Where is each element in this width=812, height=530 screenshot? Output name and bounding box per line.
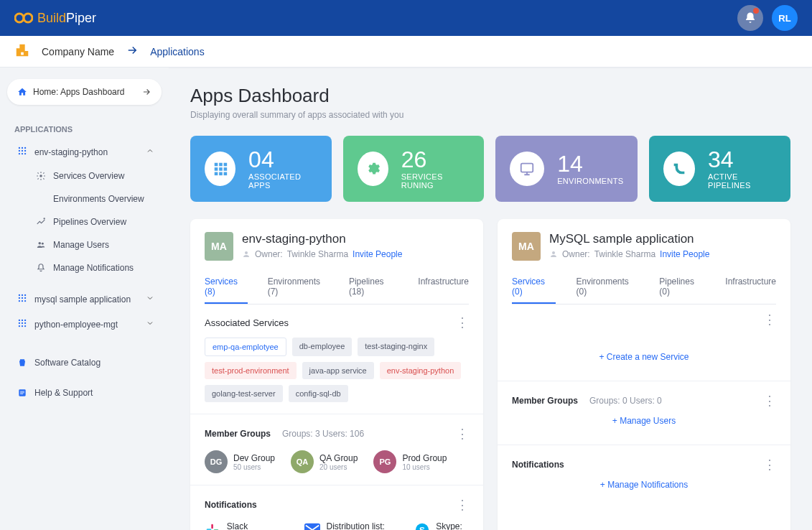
stat-environments[interactable]: 14ENVIRONMENTS bbox=[495, 136, 638, 202]
svg-rect-43 bbox=[521, 164, 533, 172]
notification-dot bbox=[753, 8, 759, 14]
svg-text:S: S bbox=[419, 525, 425, 530]
notif-slack[interactable]: Slack Channel:#buildpiper-app bbox=[205, 521, 282, 530]
group-qa[interactable]: QAQA Group20 users bbox=[291, 450, 358, 473]
apps-grid-icon bbox=[205, 152, 235, 186]
sidebar-pipelines-overview[interactable]: Pipelines Overview bbox=[7, 210, 162, 233]
chip-service[interactable]: config-sql-db bbox=[289, 385, 348, 402]
group-dev[interactable]: DGDev Group50 users bbox=[205, 450, 275, 473]
more-menu[interactable]: ⋮ bbox=[763, 393, 776, 409]
svg-point-1 bbox=[24, 14, 32, 22]
svg-point-23 bbox=[24, 300, 26, 302]
chip-service[interactable]: test-staging-nginx bbox=[358, 338, 434, 356]
group-prod[interactable]: PGProd Group10 users bbox=[373, 450, 447, 473]
chevron-down-icon bbox=[146, 294, 154, 304]
grid-icon bbox=[17, 318, 27, 330]
notifications-title: Notifications bbox=[512, 460, 564, 470]
notif-email[interactable]: Distribution list:okts@opstree.com bbox=[304, 521, 393, 530]
sidebar-item-mysql-sample[interactable]: mysql sample application bbox=[7, 287, 162, 312]
invite-people-link[interactable]: Invite People bbox=[353, 249, 402, 259]
group-badge: DG bbox=[205, 450, 228, 473]
svg-point-8 bbox=[19, 153, 20, 154]
notif-label: Distribution list: bbox=[327, 521, 393, 530]
group-count: 10 users bbox=[402, 463, 447, 471]
user-icon bbox=[549, 250, 558, 259]
tab-infrastructure[interactable]: Infrastructure bbox=[418, 271, 469, 304]
chip-service[interactable]: java-app service bbox=[302, 362, 374, 379]
sidebar-manage-notifications[interactable]: Manage Notifications bbox=[7, 256, 162, 279]
tab-pipelines[interactable]: Pipelines (18) bbox=[349, 271, 398, 304]
stat-label: ACTIVE PIPELINES bbox=[708, 172, 776, 190]
sidebar: Home: Apps Dashboard APPLICATIONS env-st… bbox=[0, 68, 169, 530]
more-menu[interactable]: ⋮ bbox=[763, 457, 776, 473]
manage-users-link[interactable]: + Manage Users bbox=[512, 409, 776, 433]
sidebar-item-python-employee[interactable]: python-employee-mgt bbox=[7, 312, 162, 337]
user-avatar[interactable]: RL bbox=[772, 5, 798, 31]
manage-notifications-link[interactable]: + Manage Notifications bbox=[512, 473, 776, 497]
tab-pipelines[interactable]: Pipelines (0) bbox=[659, 271, 705, 304]
more-menu[interactable]: ⋮ bbox=[456, 316, 469, 329]
svg-rect-38 bbox=[219, 167, 223, 171]
stat-active-pipelines[interactable]: 34ACTIVE PIPELINES bbox=[649, 136, 790, 202]
svg-rect-36 bbox=[223, 163, 227, 167]
chip-service[interactable]: test-prod-environment bbox=[205, 362, 297, 379]
chip-service[interactable]: db-employee bbox=[292, 338, 353, 356]
sidebar-item-label: mysql sample application bbox=[34, 294, 131, 304]
tab-environments[interactable]: Environments (0) bbox=[576, 271, 639, 304]
breadcrumb-company[interactable]: Company Name bbox=[42, 46, 114, 57]
more-menu[interactable]: ⋮ bbox=[456, 426, 469, 442]
app-card-env-staging-python: MA env-staging-python Owner: Twinkle Sha… bbox=[190, 219, 483, 530]
chip-service[interactable]: env-staging-python bbox=[380, 362, 462, 379]
tab-environments[interactable]: Environments (7) bbox=[268, 271, 329, 304]
svg-rect-45 bbox=[212, 524, 214, 529]
svg-rect-37 bbox=[214, 167, 218, 171]
svg-point-4 bbox=[24, 147, 26, 149]
sidebar-environments-overview[interactable]: Environments Overview bbox=[7, 187, 162, 210]
sidebar-software-catalog[interactable]: Software Catalog bbox=[7, 351, 162, 374]
sidebar-item-label: Environments Overview bbox=[53, 194, 144, 204]
svg-point-20 bbox=[24, 297, 26, 299]
stat-associated-apps[interactable]: 04ASSOCIATED APPS bbox=[190, 136, 332, 202]
breadcrumb-applications[interactable]: Applications bbox=[150, 46, 205, 57]
user-icon bbox=[242, 250, 251, 259]
tab-infrastructure[interactable]: Infrastructure bbox=[725, 271, 776, 304]
main-content: Apps Dashboard Displaying overall summar… bbox=[169, 68, 812, 530]
notif-skype[interactable]: S Skype:okts-team bbox=[414, 521, 469, 530]
stat-label: ASSOCIATED APPS bbox=[248, 172, 317, 190]
svg-point-21 bbox=[19, 300, 20, 302]
app-title: env-staging-python bbox=[242, 232, 469, 246]
member-groups-count: Groups: 3 Users: 106 bbox=[282, 429, 364, 439]
home-apps-dashboard[interactable]: Home: Apps Dashboard bbox=[7, 79, 162, 105]
svg-point-31 bbox=[22, 325, 23, 327]
brand-text-2: Piper bbox=[66, 11, 96, 25]
sidebar-help-support[interactable]: Help & Support bbox=[7, 381, 162, 404]
chip-service[interactable]: emp-qa-emplotyee bbox=[205, 338, 286, 356]
svg-point-0 bbox=[15, 14, 24, 22]
more-menu[interactable]: ⋮ bbox=[456, 497, 469, 513]
sidebar-item-label: python-employee-mgt bbox=[34, 320, 118, 330]
sidebar-manage-users[interactable]: Manage Users bbox=[7, 233, 162, 256]
sidebar-services-overview[interactable]: Services Overview bbox=[7, 164, 162, 187]
associated-services-title: Associated Services bbox=[205, 317, 289, 328]
notifications-bell[interactable] bbox=[737, 5, 763, 31]
invite-people-link[interactable]: Invite People bbox=[660, 249, 709, 259]
group-badge: PG bbox=[373, 450, 396, 473]
chip-service[interactable]: golang-test-server bbox=[205, 385, 283, 402]
svg-rect-40 bbox=[214, 172, 218, 176]
tab-services[interactable]: Services (8) bbox=[205, 271, 248, 304]
svg-point-44 bbox=[245, 251, 248, 254]
notif-label: Skype: bbox=[436, 521, 469, 530]
more-menu[interactable]: ⋮ bbox=[763, 313, 776, 326]
tab-services[interactable]: Services (0) bbox=[512, 271, 556, 304]
owner-label: Owner: bbox=[255, 249, 283, 259]
sidebar-item-env-staging-python[interactable]: env-staging-python bbox=[7, 139, 162, 164]
stat-value: 14 bbox=[557, 152, 623, 175]
brand-logo[interactable]: BuildPiper bbox=[14, 11, 96, 26]
svg-point-15 bbox=[19, 294, 20, 296]
svg-point-10 bbox=[24, 153, 26, 154]
sidebar-item-label: Pipelines Overview bbox=[53, 217, 126, 227]
create-service-link[interactable]: + Create a new Service bbox=[512, 345, 776, 369]
stat-services-running[interactable]: 26SERVICES RUNING bbox=[343, 136, 485, 202]
company-icon bbox=[14, 42, 30, 61]
member-groups-title: Member Groups bbox=[205, 429, 271, 439]
